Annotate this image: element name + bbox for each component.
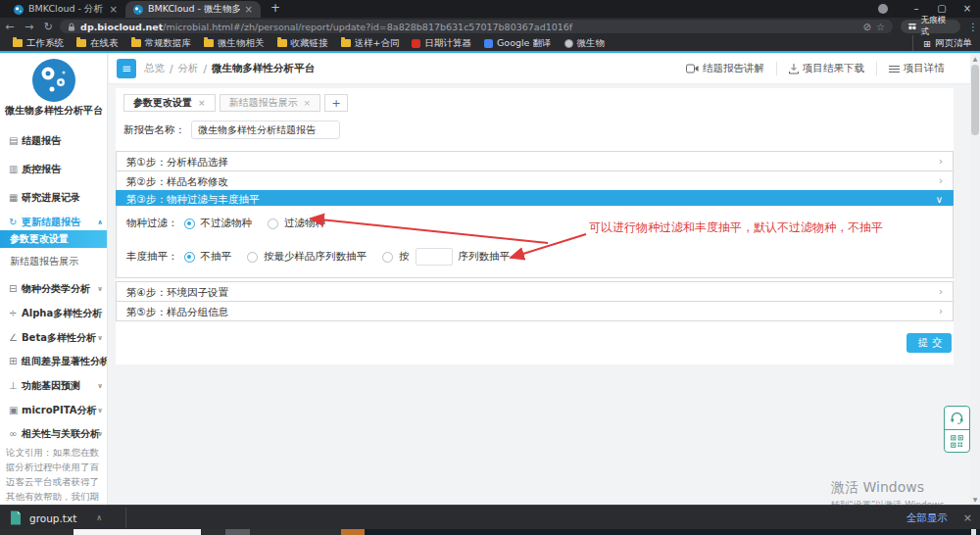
window-close-button[interactable]: × bbox=[955, 0, 980, 18]
reload-icon[interactable]: ↻ bbox=[38, 21, 58, 33]
customer-service-button[interactable] bbox=[945, 407, 969, 429]
browser-toolbar: ← → ↻ dp.biocloud.net/microbial.html#/zh… bbox=[0, 18, 980, 35]
video-icon bbox=[686, 64, 699, 73]
chevron-down-icon: ∨ bbox=[97, 401, 103, 420]
sidebar-item-beta-diversity[interactable]: ∠Beta多样性分析∨ bbox=[0, 328, 108, 348]
step-3-filter-rarefy[interactable]: 第③步：物种过滤与丰度抽平∨ bbox=[116, 190, 954, 207]
bookmark-item[interactable]: 微生物 bbox=[564, 37, 606, 50]
folder-icon bbox=[13, 39, 23, 47]
taxonomy-icon: ⊟ bbox=[9, 279, 22, 299]
back-icon[interactable]: ← bbox=[0, 21, 20, 33]
sidebar-item-alpha-diversity[interactable]: ÷Alpha多样性分析∨ bbox=[0, 304, 108, 323]
project-download-button[interactable]: 项目结果下载 bbox=[776, 62, 876, 75]
bookmark-item[interactable]: 日期计算器 bbox=[412, 37, 471, 50]
new-tab-button[interactable]: + bbox=[270, 1, 280, 15]
show-all-downloads-button[interactable]: 全部显示 bbox=[906, 511, 948, 525]
step-4-env-factor[interactable]: 第④步：环境因子设置› bbox=[116, 281, 954, 302]
sidebar-subitem-parameter-settings[interactable]: 参数更改设置 bbox=[0, 230, 108, 248]
browser-tab-active[interactable]: BMKCloud - 微生物多样性分析 × bbox=[125, 1, 261, 18]
step-2-sample-rename[interactable]: 第②步：样品名称修改› bbox=[116, 170, 954, 191]
radio-filter[interactable] bbox=[268, 219, 278, 229]
taskbar-sliver bbox=[0, 529, 980, 535]
tab-new-report-view[interactable]: 新结题报告展示× bbox=[220, 94, 321, 112]
tab-close-icon[interactable]: × bbox=[245, 4, 253, 15]
chevron-up-icon: ∧ bbox=[97, 213, 103, 232]
qr-code-button[interactable] bbox=[945, 429, 969, 452]
bookmark-item[interactable]: 在线表 bbox=[76, 37, 119, 50]
bookmark-item[interactable]: 收藏链接 bbox=[277, 37, 328, 50]
tab-close-icon[interactable]: × bbox=[110, 4, 118, 15]
address-bar[interactable]: dp.biocloud.net/microbial.html#/zh/perso… bbox=[60, 20, 893, 33]
downloaded-file-item[interactable]: group.txt ∧ bbox=[10, 506, 102, 530]
chevron-down-icon: ∨ bbox=[97, 304, 103, 323]
rarefy-count-input[interactable] bbox=[416, 248, 453, 266]
breadcrumb-current: 微生物多样性分析平台 bbox=[212, 62, 315, 75]
folder-icon bbox=[204, 39, 214, 47]
rarefy-row: 丰度抽平： 不抽平 按最少样品序列数抽平 按 序列数抽平 bbox=[126, 248, 510, 266]
url-path: /microbial.html#/zh/personal/report/upda… bbox=[163, 22, 572, 32]
correlation-icon: ∞ bbox=[9, 424, 22, 444]
browser-tab-inactive[interactable]: BMKCloud - 分析 × bbox=[6, 1, 125, 18]
sidebar-item-taxonomy[interactable]: ⊟物种分类学分析∨ bbox=[0, 279, 108, 299]
media-blocked-icon[interactable]: ⊘ bbox=[863, 22, 871, 32]
sidebar-item-report[interactable]: ▤结题报告 bbox=[0, 131, 108, 151]
scroll-down-icon[interactable]: ▼ bbox=[970, 496, 980, 503]
report-name-input[interactable] bbox=[191, 121, 340, 139]
report-explain-button[interactable]: 结题报告讲解 bbox=[674, 62, 776, 75]
reading-list-button[interactable]: ⊞网页清单 bbox=[912, 35, 972, 51]
sidebar-item-correlation[interactable]: ∞相关性与关联分析∨ bbox=[0, 424, 108, 444]
radio-min-sample-rarefy[interactable] bbox=[247, 252, 258, 263]
function-icon: ⊥ bbox=[9, 376, 22, 396]
step-1-sample-select[interactable]: 第①步：分析样品选择› bbox=[116, 151, 954, 171]
chevron-down-icon: ∨ bbox=[97, 352, 103, 371]
scroll-up-icon[interactable]: ▲ bbox=[970, 55, 980, 62]
bmk-favicon bbox=[133, 5, 143, 15]
profile-icon[interactable] bbox=[878, 4, 888, 14]
bookmark-item[interactable]: Google 翻译 bbox=[484, 37, 552, 50]
add-tab-button[interactable]: + bbox=[324, 94, 348, 112]
sidebar-item-function-prediction[interactable]: ⊥功能基因预测∨ bbox=[0, 376, 108, 396]
scrollbar-thumb[interactable] bbox=[971, 65, 979, 135]
chevron-right-icon: › bbox=[939, 302, 943, 321]
breadcrumb-analysis[interactable]: 分析 bbox=[178, 62, 199, 75]
micropita-icon: ▣ bbox=[9, 401, 22, 420]
browser-menu-icon[interactable]: ⋮ bbox=[966, 22, 980, 32]
bookmark-item[interactable]: 常规数据库 bbox=[131, 37, 192, 50]
breadcrumb-overview[interactable]: 总览 bbox=[144, 62, 165, 75]
close-shelf-icon[interactable]: × bbox=[963, 511, 972, 524]
tab-close-icon[interactable]: × bbox=[304, 98, 312, 108]
forward-icon[interactable]: → bbox=[20, 21, 39, 33]
sidebar-item-micropita[interactable]: ▣microPITA分析∨ bbox=[0, 401, 108, 420]
tab-parameter-settings[interactable]: 参数更改设置× bbox=[123, 94, 216, 112]
platform-logo bbox=[32, 59, 75, 106]
bookmark-item[interactable]: 送样+合同 bbox=[341, 37, 400, 50]
bookmark-item[interactable]: 微生物相关 bbox=[204, 37, 265, 50]
menu-toggle-icon[interactable]: ≡ bbox=[117, 59, 136, 78]
download-icon bbox=[789, 64, 799, 74]
bookmark-item[interactable]: 工作系统 bbox=[13, 37, 64, 50]
sidebar-item-update-report[interactable]: ↻更新结题报告∧ bbox=[0, 213, 108, 232]
sidebar-item-qc-report[interactable]: ▥质控报告 bbox=[0, 160, 108, 179]
tab-title: BMKCloud - 微生物多样性分析 bbox=[148, 3, 240, 16]
sidebar: 微生物多样性分析平台 ▤结题报告 ▥质控报告 ▦研究进展记录 ↻更新结题报告∧ … bbox=[0, 53, 108, 505]
sidebar-subitem-new-report-view[interactable]: 新结题报告展示 bbox=[0, 253, 108, 270]
sidebar-item-group-difference[interactable]: ⊞组间差异显著性分析∨ bbox=[0, 352, 108, 371]
progress-icon: ▦ bbox=[9, 188, 22, 208]
step-5-grouping-info[interactable]: 第⑤步：样品分组信息› bbox=[116, 301, 954, 321]
chevron-up-icon[interactable]: ∧ bbox=[96, 513, 102, 522]
page-scrollbar[interactable]: ▲ ▼ bbox=[970, 53, 980, 505]
project-detail-button[interactable]: 项目详情 bbox=[876, 62, 956, 75]
radio-no-rarefy[interactable] bbox=[184, 252, 195, 263]
chevron-down-icon: ∨ bbox=[97, 328, 103, 348]
bookmark-star-icon[interactable]: ☆ bbox=[876, 22, 885, 32]
radio-no-filter[interactable] bbox=[184, 219, 195, 229]
downloaded-file-name: group.txt bbox=[29, 512, 76, 524]
tab-close-icon[interactable]: × bbox=[198, 98, 206, 108]
sidebar-item-progress[interactable]: ▦研究进展记录 bbox=[0, 188, 108, 208]
download-shelf: group.txt ∧ 全部显示 × bbox=[0, 505, 980, 529]
tab-title: BMKCloud - 分析 bbox=[28, 3, 105, 16]
radio-custom-rarefy[interactable] bbox=[382, 252, 393, 263]
submit-button[interactable]: 提交 bbox=[906, 333, 952, 353]
floating-side-buttons bbox=[944, 406, 970, 453]
report-name-row: 新报告名称： bbox=[123, 121, 340, 139]
